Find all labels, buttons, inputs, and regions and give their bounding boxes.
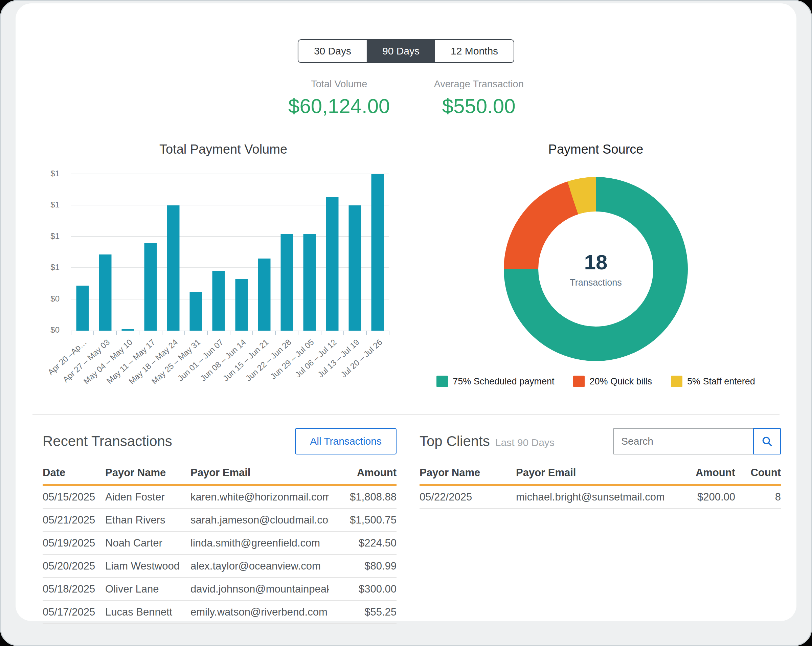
axis-tick <box>321 331 321 335</box>
bar[interactable] <box>190 292 202 331</box>
bar[interactable] <box>235 279 248 331</box>
axis-tick <box>275 331 276 335</box>
legend-label: 5% Staff entered <box>687 376 755 387</box>
legend-swatch <box>437 376 448 387</box>
cell-payor-email: david.johnson@mountainpeak.com <box>191 578 329 600</box>
bar-slot: Jun 29 – Jul 05 <box>298 174 321 331</box>
period-tab-group: 30 Days 90 Days 12 Months <box>298 39 514 63</box>
axis-tick <box>93 331 94 335</box>
recent-transactions-title: Recent Transactions <box>43 433 172 449</box>
cell-payor-name: Noah Carter <box>105 532 191 554</box>
cell-date: 05/20/2025 <box>43 555 105 577</box>
cell-date: 05/17/2025 <box>43 601 105 623</box>
payment-source-chart: Payment Source 18 Transactions 75% Sched… <box>406 142 785 406</box>
cell-amount: $80.99 <box>329 555 397 577</box>
bar-slot: Apr 27 – May 03 <box>94 174 116 331</box>
bar-slot: May 11 – May 17 <box>139 174 162 331</box>
top-clients-section: Top Clients Last 90 Days Payor Name <box>420 428 781 509</box>
axis-tick <box>252 331 253 335</box>
bar[interactable] <box>281 234 293 331</box>
cell-date: 05/21/2025 <box>43 509 105 531</box>
period-tab[interactable]: 90 Days <box>367 40 435 62</box>
bar-slot: May 18 – May 24 <box>162 174 185 331</box>
legend-item: 75% Scheduled payment <box>437 376 554 387</box>
axis-tick <box>366 331 367 335</box>
bar[interactable] <box>258 258 270 331</box>
period-tab[interactable]: 30 Days <box>298 40 367 62</box>
cell-payor-name: Lucas Bennett <box>105 601 191 623</box>
cell-payor-name: Ethan Rivers <box>105 509 191 531</box>
donut: 18 Transactions <box>504 177 688 361</box>
metric: Total Volume $60,124.00 <box>288 78 390 118</box>
column-header: Payor Name <box>420 467 516 484</box>
y-axis-tick-label: $1 <box>50 169 60 178</box>
bar-slot: Jun 01 – Jun 07 <box>208 174 230 331</box>
metric: Average Transaction $550.00 <box>434 78 524 118</box>
cell-payor-name: Aiden Foster <box>105 486 191 508</box>
y-axis-tick-label: $1 <box>50 263 60 272</box>
cell-amount: $55.25 <box>329 601 397 623</box>
bar[interactable] <box>144 243 157 331</box>
table-row[interactable]: 05/22/2025 michael.bright@sunsetmail.com… <box>420 486 781 509</box>
top-clients-table-body: 05/22/2025 michael.bright@sunsetmail.com… <box>420 486 781 509</box>
bar[interactable] <box>167 205 180 331</box>
metric-value: $550.00 <box>434 95 524 118</box>
table-row[interactable]: 05/19/2025 Noah Carter linda.smith@green… <box>43 532 397 555</box>
table-row[interactable]: 05/20/2025 Liam Westwood alex.taylor@oce… <box>43 555 397 578</box>
axis-tick <box>116 331 117 335</box>
column-header: Payor Email <box>516 467 664 484</box>
cell-payor-name: Liam Westwood <box>105 555 191 577</box>
top-clients-table-header: Payor Name Payor Email Amount Count <box>420 467 781 486</box>
column-header: Amount <box>664 467 735 484</box>
bar-slot: May 04 – May 10 <box>116 174 139 331</box>
column-header: Payor Name <box>105 467 191 484</box>
y-axis-tick-label: $1 <box>50 231 60 241</box>
cell-payor-email: sarah.jameson@cloudmail.com <box>191 509 329 531</box>
bar-slot: Jun 15 – Jun 21 <box>253 174 275 331</box>
search-button[interactable] <box>753 428 781 455</box>
bar[interactable] <box>303 234 316 331</box>
top-clients-subtitle: Last 90 Days <box>495 437 554 448</box>
all-transactions-button[interactable]: All Transactions <box>295 428 397 455</box>
axis-tick <box>185 331 185 335</box>
bar[interactable] <box>326 197 339 331</box>
donut-chart-title: Payment Source <box>406 142 785 157</box>
table-row[interactable]: 05/18/2025 Oliver Lane david.johnson@mou… <box>43 578 397 601</box>
bar-slot: Jul 13 – Jul 19 <box>344 174 366 331</box>
cell-payor-email: michael.bright@sunsetmail.com <box>516 486 664 508</box>
bar-slot: Jul 20 – Jul 26 <box>366 174 389 331</box>
cell-payor-email: karen.white@horizonmail.com <box>191 486 329 508</box>
axis-tick <box>162 331 162 335</box>
bar-slot: Jun 08 – Jun 14 <box>230 174 253 331</box>
axis-tick <box>139 331 139 335</box>
legend-swatch <box>573 376 585 387</box>
bar[interactable] <box>371 174 384 331</box>
table-row[interactable]: 05/15/2025 Aiden Foster karen.white@hori… <box>43 486 397 509</box>
search-group <box>613 428 781 455</box>
metrics-row: Total Volume $60,124.00 Average Transact… <box>15 78 797 118</box>
axis-tick <box>207 331 208 335</box>
table-row[interactable]: 05/17/2025 Lucas Bennett emily.watson@ri… <box>43 601 397 624</box>
bar[interactable] <box>349 205 361 331</box>
bar[interactable] <box>99 255 111 331</box>
column-header: Payor Email <box>191 467 329 484</box>
cell-payor-email: alex.taylor@oceanview.com <box>191 555 329 577</box>
bar-slot: Apr 20 –Ap… <box>71 174 94 331</box>
bar[interactable] <box>76 286 89 331</box>
recent-transactions-section: Recent Transactions All Transactions Dat… <box>43 428 397 624</box>
legend-label: 75% Scheduled payment <box>453 376 554 387</box>
cell-date: 05/18/2025 <box>43 578 105 600</box>
cell-payor-email: linda.smith@greenfield.com <box>191 532 329 554</box>
axis-tick <box>389 331 389 335</box>
metric-label: Total Volume <box>288 78 390 90</box>
legend-label: 20% Quick bills <box>589 376 652 387</box>
bar[interactable] <box>212 271 225 331</box>
top-clients-title: Top Clients <box>420 433 490 449</box>
y-axis-tick-label: $0 <box>50 294 60 304</box>
cell-amount: $224.50 <box>329 532 397 554</box>
column-header: Date <box>43 467 105 484</box>
search-input[interactable] <box>613 428 754 455</box>
period-tab[interactable]: 12 Months <box>435 40 514 62</box>
table-row[interactable]: 05/21/2025 Ethan Rivers sarah.jameson@cl… <box>43 509 397 532</box>
bar[interactable] <box>122 329 134 331</box>
